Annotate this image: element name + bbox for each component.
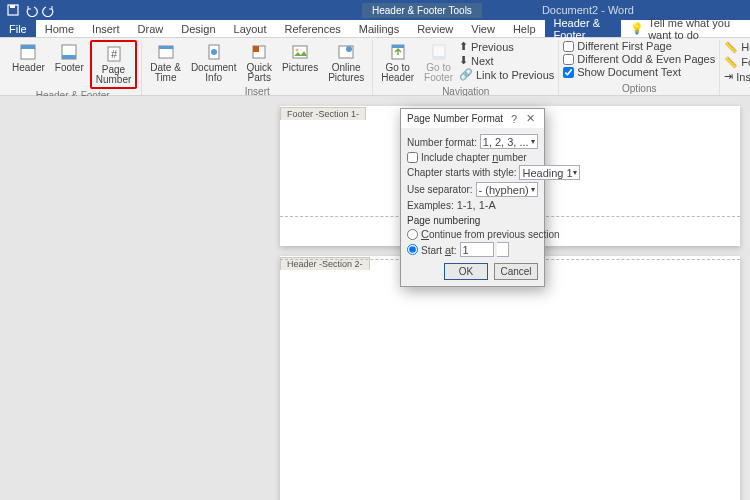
group-header-footer: Header Footer #PageNumber Header & Foote… [4, 40, 142, 95]
examples-value: 1-1, 1-A [457, 199, 496, 211]
tab-view[interactable]: View [462, 20, 504, 37]
pictures-button[interactable]: Pictures [278, 40, 322, 75]
different-odd-even-checkbox[interactable]: Different Odd & Even Pages [563, 53, 715, 65]
quick-parts-label: QuickParts [246, 63, 272, 83]
footer-label: Footer [55, 63, 84, 73]
page-number-format-dialog: Page Number Format ? ✕ Number format: 1,… [400, 108, 545, 287]
show-document-text-checkbox[interactable]: Show Document Text [563, 66, 715, 78]
dialog-title: Page Number Format [407, 113, 506, 124]
link-to-previous-button: 🔗Link to Previous [459, 68, 554, 81]
date-time-button[interactable]: Date &Time [146, 40, 185, 85]
svg-point-15 [296, 49, 299, 52]
different-first-page-label: Different First Page [577, 40, 672, 52]
spinner-icon[interactable] [497, 242, 509, 257]
start-at-radio[interactable]: Start at: [407, 242, 538, 257]
goto-footer-button[interactable]: Go toFooter [420, 40, 457, 85]
tab-file[interactable]: File [0, 20, 36, 37]
page-2: Header -Section 2- [280, 256, 740, 500]
redo-icon[interactable] [42, 3, 56, 17]
show-document-text-label: Show Document Text [577, 66, 681, 78]
tab-draw[interactable]: Draw [129, 20, 173, 37]
svg-text:#: # [110, 48, 117, 60]
group-options: Different First Page Different Odd & Eve… [559, 40, 720, 95]
insert-alignment-tab-button[interactable]: ⇥Insert Alignment Tab [724, 70, 750, 83]
tab-references[interactable]: References [276, 20, 350, 37]
header-button[interactable]: Header [8, 40, 49, 75]
tab-home[interactable]: Home [36, 20, 83, 37]
previous-button[interactable]: ⬆Previous [459, 40, 554, 53]
quick-parts-button[interactable]: QuickParts [242, 40, 276, 85]
undo-icon[interactable] [24, 3, 38, 17]
save-icon[interactable] [6, 3, 20, 17]
svg-rect-9 [159, 46, 173, 49]
pictures-label: Pictures [282, 63, 318, 73]
online-pictures-button[interactable]: OnlinePictures [324, 40, 368, 85]
document-info-button[interactable]: DocumentInfo [187, 40, 241, 85]
chapter-style-select: Heading 1▾ [519, 165, 579, 180]
ribbon: Header Footer #PageNumber Header & Foote… [0, 38, 750, 96]
dialog-close-button[interactable]: ✕ [522, 112, 538, 125]
examples-label: Examples: [407, 200, 454, 211]
tab-help[interactable]: Help [504, 20, 545, 37]
footer-from-bottom-row: 📏Footer from Bottom: [724, 55, 750, 69]
document-title: Document2 - Word [542, 4, 634, 16]
footer-section-tag: Footer -Section 1- [280, 107, 366, 120]
page-number-label: PageNumber [96, 65, 132, 85]
chevron-down-icon: ▾ [531, 137, 535, 146]
separator-value: - (hyphen) [479, 184, 529, 196]
header-label: Header [12, 63, 45, 73]
separator-label: Use separator: [407, 184, 473, 195]
insert-alignment-tab-label: Insert Alignment Tab [736, 71, 750, 83]
tab-design[interactable]: Design [172, 20, 224, 37]
goto-header-button[interactable]: Go toHeader [377, 40, 418, 85]
header-icon [18, 42, 38, 62]
next-button[interactable]: ⬇Next [459, 54, 554, 67]
start-at-input[interactable] [460, 242, 494, 257]
online-pictures-label: OnlinePictures [328, 63, 364, 83]
goto-footer-icon [429, 42, 449, 62]
svg-rect-21 [433, 56, 445, 59]
svg-rect-3 [21, 45, 35, 49]
goto-header-icon [388, 42, 408, 62]
cancel-button[interactable]: Cancel [494, 263, 538, 280]
group-label-position: Position [724, 83, 750, 96]
tab-icon: ⇥ [724, 70, 733, 83]
footer-from-bottom-label: Footer from Bottom: [741, 56, 750, 68]
include-chapter-checkbox[interactable]: Include chapter number [407, 151, 538, 163]
online-pictures-icon [336, 42, 356, 62]
continue-radio[interactable]: Continue from previous section [407, 228, 538, 240]
chapter-style-value: Heading 1 [522, 167, 572, 179]
link-to-previous-label: Link to Previous [476, 69, 554, 81]
goto-footer-label: Go toFooter [424, 63, 453, 83]
ruler-icon: 📏 [724, 41, 738, 54]
ruler-icon: 📏 [724, 56, 738, 69]
svg-rect-19 [392, 45, 404, 48]
tab-review[interactable]: Review [408, 20, 462, 37]
group-insert: Date &Time DocumentInfo QuickParts Pictu… [142, 40, 373, 95]
group-navigation: Go toHeader Go toFooter ⬆Previous ⬇Next … [373, 40, 559, 95]
number-format-select[interactable]: 1, 2, 3, ...▾ [480, 134, 538, 149]
lightbulb-icon: 💡 [630, 22, 644, 35]
footer-button[interactable]: Footer [51, 40, 88, 75]
quick-parts-icon [249, 42, 269, 62]
tab-header-footer[interactable]: Header & Footer [545, 20, 622, 37]
tab-mailings[interactable]: Mailings [350, 20, 408, 37]
different-first-page-checkbox[interactable]: Different First Page [563, 40, 715, 52]
tab-layout[interactable]: Layout [225, 20, 276, 37]
header-from-top-row: 📏Header from Top: [724, 40, 750, 54]
tell-me-placeholder: Tell me what you want to do [648, 17, 741, 41]
page-number-button[interactable]: #PageNumber [90, 40, 138, 89]
contextual-tab-label: Header & Footer Tools [362, 3, 482, 18]
previous-icon: ⬆ [459, 40, 468, 53]
continue-label: Continue from previous section [421, 228, 560, 240]
svg-rect-5 [62, 55, 76, 59]
header-from-top-label: Header from Top: [741, 41, 750, 53]
footer-icon [59, 42, 79, 62]
dialog-titlebar: Page Number Format ? ✕ [401, 109, 544, 128]
tell-me-search[interactable]: 💡 Tell me what you want to do [621, 20, 750, 37]
number-format-value: 1, 2, 3, ... [483, 136, 529, 148]
ok-button[interactable]: OK [444, 263, 488, 280]
dialog-help-button[interactable]: ? [506, 113, 522, 125]
next-icon: ⬇ [459, 54, 468, 67]
tab-insert[interactable]: Insert [83, 20, 129, 37]
